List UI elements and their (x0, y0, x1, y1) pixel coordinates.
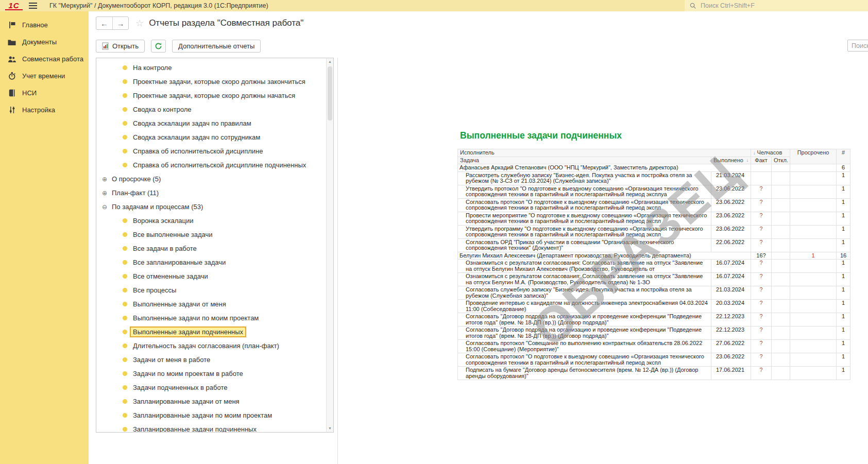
forward-arrow-icon: → (117, 19, 125, 28)
sidebar-item-documents[interactable]: Документы (0, 33, 89, 50)
done-date-cell: 20.03.2024 (711, 300, 751, 313)
table-row[interactable]: Проведение интервью с кандидатом на долж… (458, 300, 850, 313)
tree-item[interactable]: Выполненные задачи от меня (96, 297, 326, 311)
col-header-overdue[interactable]: Просрочено (790, 149, 837, 164)
sidebar-item-main[interactable]: Главное (0, 16, 89, 33)
table-row[interactable]: Согласовать служебную записку "Бизнес-ид… (458, 286, 850, 300)
group-row[interactable]: Афанасьев Аркадий Степанович (ООО "НПЦ "… (458, 164, 850, 172)
col-header-done[interactable]: ↓Выполнено (711, 157, 751, 164)
global-search[interactable] (685, 0, 868, 11)
scroll-down-icon[interactable]: ▼ (327, 425, 333, 432)
tree-item[interactable]: Сводка эскалации задач по правилам (96, 116, 326, 130)
tree-item[interactable]: Выполненные задачи по моим проектам (96, 311, 326, 325)
report-bullet-icon (123, 246, 127, 251)
sidebar-item-nsi[interactable]: НСИ (0, 84, 89, 101)
panel-splitter[interactable] (337, 58, 338, 464)
tree-item[interactable]: Запланированные задачи подчиненных (96, 422, 326, 433)
tree-item[interactable]: Задачи от меня в работе (96, 353, 326, 367)
done-date-cell: 22.12.2023 (711, 313, 751, 326)
sidebar-item-label: Документы (22, 38, 57, 46)
tree-item-selected[interactable]: Выполненные задачи подчиненных (96, 325, 326, 339)
tree-item[interactable]: Все отмененные задачи (96, 269, 326, 283)
table-row[interactable]: Утвердить программу "О подготовке к выез… (458, 225, 850, 238)
col-header-fact[interactable]: Факт (751, 157, 772, 164)
table-row[interactable]: Согласовать ОРД "Приказ об участии в сов… (458, 238, 850, 252)
col-header-deviation[interactable]: Откл. (772, 157, 790, 164)
group-row[interactable]: Белугин Михаил Алексеевич (Департамент п… (458, 252, 850, 260)
sidebar-item-settings[interactable]: Настройка (0, 101, 89, 118)
tree-item[interactable]: Все процессы (96, 283, 326, 297)
table-row[interactable]: Рассмотреть служебную записку "Бизнес-ид… (458, 171, 850, 185)
count-cell: 1 (837, 367, 850, 380)
tree-group[interactable]: ⊕О просрочке (5) (96, 172, 326, 186)
col-header-manhours[interactable]: ↓ Челчасов (751, 149, 790, 157)
collapse-minus-icon[interactable]: ⊖ (101, 203, 108, 211)
tree-scrollbar[interactable]: ▲ ▼ (326, 58, 333, 432)
col-header-count[interactable]: # (837, 149, 850, 164)
refresh-button[interactable] (151, 40, 166, 53)
scrollbar-thumb[interactable] (328, 66, 332, 121)
global-search-input[interactable] (700, 2, 854, 10)
sidebar-item-timetracking[interactable]: Учет времени (0, 67, 89, 84)
back-arrow-icon: ← (100, 19, 108, 28)
table-row[interactable]: Провести мероприятие "О подготовке к вые… (458, 212, 850, 225)
tree-item[interactable]: Задачи по моим проектам в работе (96, 367, 326, 381)
favorite-star-icon[interactable]: ☆ (135, 18, 144, 29)
report-search-input[interactable] (847, 40, 868, 51)
additional-reports-label: Дополнительные отчеты (178, 42, 254, 50)
table-row[interactable]: Согласовать протокол "Совещание по выпол… (458, 340, 850, 353)
col-header-count-label: # (842, 149, 845, 156)
table-row[interactable]: Согласовать протокол "О подготовке к вые… (458, 198, 850, 212)
tree-item[interactable]: На контроле (96, 61, 326, 75)
open-button[interactable]: Открыть (96, 40, 145, 53)
table-row[interactable]: Ознакомиться с результатом согласования:… (458, 273, 850, 286)
scroll-up-icon[interactable]: ▲ (327, 58, 333, 65)
tree-item[interactable]: Проектные задачи, которые скоро должны з… (96, 75, 326, 89)
tree-item[interactable]: Проектные задачи, которые скоро должны н… (96, 89, 326, 102)
forward-button[interactable]: → (112, 17, 128, 29)
table-row[interactable]: Согласовать "Договор подряда на организа… (458, 313, 850, 326)
table-row[interactable]: Согласовать протокол "О подготовке к вые… (458, 353, 850, 367)
1c-logo: 1С (5, 2, 23, 10)
tree-item[interactable]: Справка об исполнительской дисциплине по… (96, 158, 326, 172)
report-bullet-icon (123, 232, 127, 237)
tree-group[interactable]: ⊖По задачам и процессам (53) (96, 200, 326, 214)
count-cell: 1 (837, 313, 850, 326)
tree-item-label: Все отмененные задачи (133, 272, 208, 280)
count-cell: 1 (837, 300, 850, 313)
tree-group[interactable]: ⊕План-факт (11) (96, 186, 326, 200)
tree-item[interactable]: Все запланированные задачи (96, 255, 326, 269)
report-table: Исполнитель ↓ Челчасов Просрочено # Зада… (457, 149, 850, 380)
tree-item[interactable]: Сводка о контроле (96, 102, 326, 116)
tree-item[interactable]: Все выполненные задачи (96, 228, 326, 242)
expand-plus-icon[interactable]: ⊕ (101, 190, 108, 197)
tree-item[interactable]: Длительность задач согласования (план-фа… (96, 339, 326, 353)
sidebar-item-collaboration[interactable]: Совместная работа (0, 50, 89, 67)
tree-item[interactable]: Воронка эскалации (96, 214, 326, 228)
additional-reports-button[interactable]: Дополнительные отчеты (172, 40, 261, 53)
main-area: ← → ☆ Отчеты раздела "Совместная работа"… (89, 11, 868, 464)
tree-item[interactable]: Все задачи в работе (96, 242, 326, 255)
tree-item[interactable]: Сводка эскалации задач по сотрудникам (96, 130, 326, 144)
sidebar-item-label: Совместная работа (22, 55, 83, 63)
done-date-cell: 27.06.2022 (711, 340, 751, 353)
expand-plus-icon[interactable]: ⊕ (101, 176, 108, 183)
col-header-manhours-label: Челчасов (757, 149, 782, 156)
tree-item[interactable]: Запланированные задачи от меня (96, 394, 326, 408)
col-header-executor[interactable]: Исполнитель (458, 149, 751, 157)
table-row[interactable]: Ознакомиться с результатом согласования:… (458, 260, 850, 273)
done-date-cell: 23.06.2022 (711, 353, 751, 367)
table-row[interactable]: Утвердить протокол "О подготовке к выезд… (458, 185, 850, 198)
group-fact: 16? (751, 252, 772, 260)
menu-icon[interactable] (29, 1, 37, 10)
table-row[interactable]: Согласовать "Договор подряда на организа… (458, 326, 850, 340)
back-button[interactable]: ← (96, 17, 112, 29)
report-bullet-icon (123, 218, 127, 223)
tree-item[interactable]: Задачи подчиненных в работе (96, 381, 326, 394)
table-row[interactable]: Подписать на бумаге "Договор аренды бето… (458, 367, 850, 380)
tree-item[interactable]: Запланированные задачи по моим проектам (96, 408, 326, 422)
tree-item-label: Запланированные задачи от меня (133, 398, 240, 405)
group-count: 16 (837, 252, 850, 260)
tree-item[interactable]: Справка об исполнительской дисциплине (96, 144, 326, 158)
col-header-task[interactable]: Задача (458, 157, 711, 164)
